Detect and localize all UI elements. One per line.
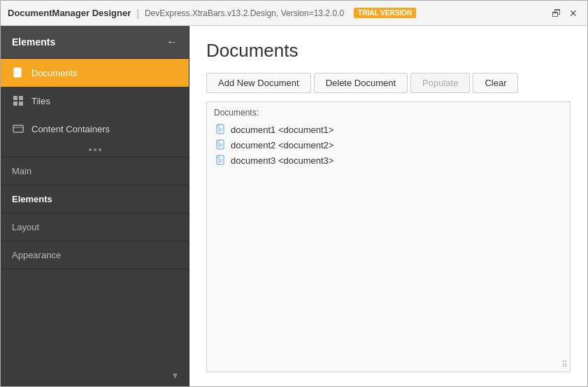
delete-document-button[interactable]: Delete Document	[314, 73, 408, 93]
titlebar-left: DocumentManager Designer | DevExpress.Xt…	[8, 8, 416, 19]
dot2	[94, 148, 96, 151]
titlebar: DocumentManager Designer | DevExpress.Xt…	[1, 1, 587, 26]
resize-handle[interactable]: ⠿	[561, 360, 568, 370]
sidebar-header: Elements ←	[1, 26, 189, 59]
sidebar-nav: Documents Tiles	[1, 59, 189, 364]
svg-rect-22	[217, 155, 220, 159]
list-item[interactable]: document2 <document2>	[213, 137, 564, 153]
main-area: Elements ← Documents	[1, 26, 587, 386]
svg-rect-6	[19, 96, 23, 100]
sidebar-item-content-containers[interactable]: Content Containers	[1, 115, 189, 143]
document-list-container: Documents:	[206, 101, 571, 372]
app-title: DocumentManager Designer	[8, 8, 131, 18]
close-button[interactable]: ✕	[566, 6, 580, 20]
tiles-icon	[12, 94, 24, 107]
sidebar-item-documents[interactable]: Documents	[1, 59, 189, 87]
sidebar-documents-label: Documents	[31, 68, 78, 78]
documents-icon	[12, 66, 24, 79]
sidebar-back-button[interactable]: ←	[166, 36, 178, 48]
sidebar-title: Elements	[12, 36, 55, 48]
svg-rect-9	[13, 125, 23, 132]
sidebar-section-layout[interactable]: Layout	[1, 213, 189, 241]
containers-icon	[12, 122, 24, 135]
toolbar: Add New Document Delete Document Populat…	[206, 73, 571, 93]
sidebar: Elements ← Documents	[1, 26, 189, 386]
sidebar-dots	[1, 143, 189, 157]
elements-section-label: Elements	[12, 194, 52, 204]
doc-item-icon	[215, 155, 227, 166]
layout-section-label: Layout	[12, 222, 39, 232]
add-new-document-button[interactable]: Add New Document	[206, 73, 311, 93]
doc-list-label: Documents:	[213, 108, 564, 118]
doc-item-icon	[215, 139, 227, 150]
version-text: DevExpress.XtraBars.v13.2.Design, Versio…	[145, 8, 344, 18]
doc-item-icon	[215, 124, 227, 135]
appearance-section-label: Appearance	[12, 250, 61, 260]
document-list: document1 <document1>	[213, 122, 564, 168]
sidebar-section-appearance[interactable]: Appearance	[1, 241, 189, 269]
sidebar-footer: ▾	[1, 364, 189, 386]
svg-rect-8	[19, 101, 23, 106]
doc-item-name: document1 <document1>	[231, 125, 334, 135]
list-item[interactable]: document1 <document1>	[213, 122, 564, 137]
main-window: DocumentManager Designer | DevExpress.Xt…	[0, 0, 588, 387]
sidebar-containers-label: Content Containers	[31, 124, 110, 134]
main-section-label: Main	[12, 166, 31, 176]
sidebar-tiles-label: Tiles	[31, 96, 50, 106]
content-area: Documents Add New Document Delete Docume…	[189, 26, 587, 386]
minimize-button[interactable]: 🗗	[550, 6, 564, 20]
clear-button[interactable]: Clear	[473, 73, 518, 93]
sidebar-chevron-button[interactable]: ▾	[173, 370, 178, 381]
window-controls: 🗗 ✕	[550, 6, 580, 20]
sidebar-section-elements[interactable]: Elements	[1, 185, 189, 213]
dot3	[99, 148, 101, 151]
svg-rect-17	[217, 140, 220, 143]
svg-rect-12	[217, 125, 220, 128]
sidebar-section-main[interactable]: Main	[1, 157, 189, 185]
doc-item-name: document2 <document2>	[231, 140, 334, 150]
page-title: Documents	[206, 40, 571, 62]
populate-button[interactable]: Populate	[410, 73, 470, 93]
trial-badge: TRIAL VERSION	[354, 8, 416, 18]
content-wrapper: Documents:	[206, 101, 571, 372]
svg-rect-5	[13, 96, 17, 100]
list-item[interactable]: document3 <document3>	[213, 153, 564, 168]
sidebar-item-tiles[interactable]: Tiles	[1, 87, 189, 115]
doc-item-name: document3 <document3>	[231, 155, 334, 166]
titlebar-separator: |	[136, 8, 139, 19]
sidebar-sections: Main Elements Layout Appearance	[1, 157, 189, 269]
svg-rect-7	[13, 101, 17, 106]
dot1	[89, 148, 92, 151]
